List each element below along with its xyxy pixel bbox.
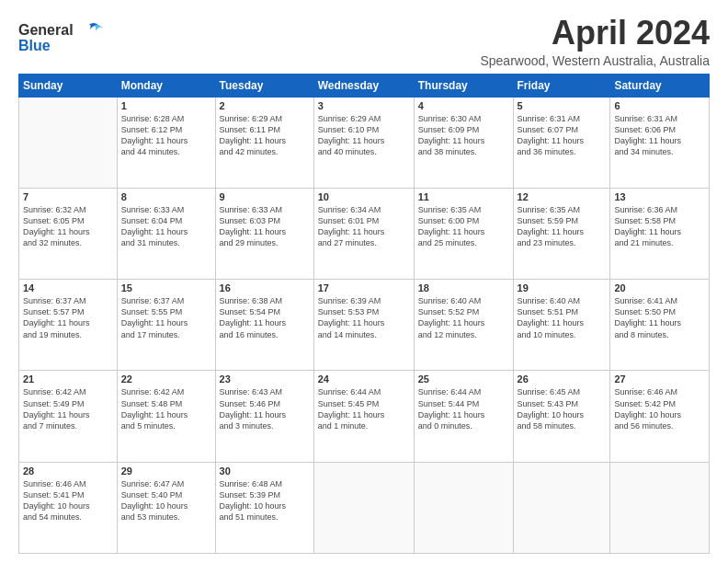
day-number: 30 <box>220 465 310 477</box>
day-number: 29 <box>121 465 211 477</box>
day-cell: 6Sunrise: 6:31 AM Sunset: 6:06 PM Daylig… <box>610 97 710 188</box>
day-cell: 16Sunrise: 6:38 AM Sunset: 5:54 PM Dayli… <box>215 280 313 371</box>
day-info: Sunrise: 6:34 AM Sunset: 6:01 PM Dayligh… <box>318 204 410 249</box>
week-row-1: 1Sunrise: 6:28 AM Sunset: 6:12 PM Daylig… <box>19 97 710 188</box>
day-info: Sunrise: 6:33 AM Sunset: 6:03 PM Dayligh… <box>220 204 310 249</box>
day-cell: 13Sunrise: 6:36 AM Sunset: 5:58 PM Dayli… <box>610 188 710 279</box>
day-cell <box>610 462 710 553</box>
day-cell: 26Sunrise: 6:45 AM Sunset: 5:43 PM Dayli… <box>513 371 610 462</box>
day-number: 25 <box>418 373 509 385</box>
svg-text:General: General <box>18 22 74 38</box>
day-cell: 18Sunrise: 6:40 AM Sunset: 5:52 PM Dayli… <box>414 280 513 371</box>
page: General Blue April 2024 Spearwood, Weste… <box>0 0 728 563</box>
day-info: Sunrise: 6:43 AM Sunset: 5:46 PM Dayligh… <box>220 386 310 431</box>
day-info: Sunrise: 6:46 AM Sunset: 5:41 PM Dayligh… <box>23 478 113 523</box>
day-cell: 25Sunrise: 6:44 AM Sunset: 5:44 PM Dayli… <box>414 371 513 462</box>
day-number: 7 <box>23 191 113 202</box>
day-info: Sunrise: 6:28 AM Sunset: 6:12 PM Dayligh… <box>121 113 211 158</box>
day-number: 24 <box>318 373 410 385</box>
day-info: Sunrise: 6:39 AM Sunset: 5:53 PM Dayligh… <box>318 295 410 340</box>
header-monday: Monday <box>117 74 215 97</box>
day-info: Sunrise: 6:29 AM Sunset: 6:10 PM Dayligh… <box>318 113 410 158</box>
header: General Blue April 2024 Spearwood, Weste… <box>18 15 710 68</box>
day-number: 11 <box>418 191 509 202</box>
day-info: Sunrise: 6:37 AM Sunset: 5:57 PM Dayligh… <box>23 295 113 340</box>
day-number: 6 <box>614 100 705 111</box>
day-number: 22 <box>121 373 211 385</box>
days-header-row: Sunday Monday Tuesday Wednesday Thursday… <box>19 74 710 97</box>
week-row-5: 28Sunrise: 6:46 AM Sunset: 5:41 PM Dayli… <box>19 462 710 553</box>
logo-text: General Blue <box>18 18 106 61</box>
day-number: 5 <box>518 100 607 111</box>
day-number: 14 <box>23 282 113 293</box>
title-area: April 2024 Spearwood, Western Australia,… <box>480 15 710 68</box>
day-cell: 14Sunrise: 6:37 AM Sunset: 5:57 PM Dayli… <box>19 280 118 371</box>
day-number: 9 <box>220 191 310 202</box>
day-cell: 17Sunrise: 6:39 AM Sunset: 5:53 PM Dayli… <box>313 280 414 371</box>
header-saturday: Saturday <box>610 74 710 97</box>
day-cell: 28Sunrise: 6:46 AM Sunset: 5:41 PM Dayli… <box>19 462 118 553</box>
day-number: 27 <box>614 373 705 385</box>
day-info: Sunrise: 6:40 AM Sunset: 5:51 PM Dayligh… <box>518 295 607 340</box>
day-number: 10 <box>318 191 410 202</box>
day-info: Sunrise: 6:33 AM Sunset: 6:04 PM Dayligh… <box>121 204 211 249</box>
day-cell: 9Sunrise: 6:33 AM Sunset: 6:03 PM Daylig… <box>215 188 313 279</box>
location-subtitle: Spearwood, Western Australia, Australia <box>480 53 710 68</box>
day-cell <box>513 462 610 553</box>
day-cell: 29Sunrise: 6:47 AM Sunset: 5:40 PM Dayli… <box>117 462 215 553</box>
day-info: Sunrise: 6:47 AM Sunset: 5:40 PM Dayligh… <box>121 478 211 523</box>
day-info: Sunrise: 6:29 AM Sunset: 6:11 PM Dayligh… <box>220 113 310 158</box>
day-cell: 21Sunrise: 6:42 AM Sunset: 5:49 PM Dayli… <box>19 371 118 462</box>
day-info: Sunrise: 6:35 AM Sunset: 5:59 PM Dayligh… <box>518 204 607 249</box>
day-cell: 30Sunrise: 6:48 AM Sunset: 5:39 PM Dayli… <box>215 462 313 553</box>
day-info: Sunrise: 6:41 AM Sunset: 5:50 PM Dayligh… <box>614 295 705 340</box>
day-cell <box>19 97 118 188</box>
day-number: 19 <box>518 282 607 293</box>
day-cell: 24Sunrise: 6:44 AM Sunset: 5:45 PM Dayli… <box>313 371 414 462</box>
day-info: Sunrise: 6:44 AM Sunset: 5:44 PM Dayligh… <box>418 386 509 431</box>
day-number: 23 <box>220 373 310 385</box>
day-number: 17 <box>318 282 410 293</box>
week-row-2: 7Sunrise: 6:32 AM Sunset: 6:05 PM Daylig… <box>19 188 710 279</box>
day-info: Sunrise: 6:44 AM Sunset: 5:45 PM Dayligh… <box>318 386 410 431</box>
day-info: Sunrise: 6:32 AM Sunset: 6:05 PM Dayligh… <box>23 204 113 249</box>
day-info: Sunrise: 6:36 AM Sunset: 5:58 PM Dayligh… <box>614 204 705 249</box>
day-number: 16 <box>220 282 310 293</box>
week-row-3: 14Sunrise: 6:37 AM Sunset: 5:57 PM Dayli… <box>19 280 710 371</box>
header-wednesday: Wednesday <box>313 74 414 97</box>
day-number: 2 <box>220 100 310 111</box>
day-number: 18 <box>418 282 509 293</box>
calendar: Sunday Monday Tuesday Wednesday Thursday… <box>18 74 710 554</box>
day-cell <box>414 462 513 553</box>
day-info: Sunrise: 6:42 AM Sunset: 5:48 PM Dayligh… <box>121 386 211 431</box>
day-info: Sunrise: 6:38 AM Sunset: 5:54 PM Dayligh… <box>220 295 310 340</box>
day-info: Sunrise: 6:40 AM Sunset: 5:52 PM Dayligh… <box>418 295 509 340</box>
header-friday: Friday <box>513 74 610 97</box>
day-cell: 10Sunrise: 6:34 AM Sunset: 6:01 PM Dayli… <box>313 188 414 279</box>
day-cell: 1Sunrise: 6:28 AM Sunset: 6:12 PM Daylig… <box>117 97 215 188</box>
day-cell: 19Sunrise: 6:40 AM Sunset: 5:51 PM Dayli… <box>513 280 610 371</box>
day-number: 13 <box>614 191 705 202</box>
day-number: 26 <box>518 373 607 385</box>
day-info: Sunrise: 6:31 AM Sunset: 6:07 PM Dayligh… <box>518 113 607 158</box>
day-number: 4 <box>418 100 509 111</box>
day-cell: 22Sunrise: 6:42 AM Sunset: 5:48 PM Dayli… <box>117 371 215 462</box>
day-info: Sunrise: 6:45 AM Sunset: 5:43 PM Dayligh… <box>518 386 607 431</box>
day-number: 12 <box>518 191 607 202</box>
calendar-table: Sunday Monday Tuesday Wednesday Thursday… <box>18 74 710 554</box>
header-thursday: Thursday <box>414 74 513 97</box>
day-info: Sunrise: 6:35 AM Sunset: 6:00 PM Dayligh… <box>418 204 509 249</box>
day-number: 3 <box>318 100 410 111</box>
day-info: Sunrise: 6:37 AM Sunset: 5:55 PM Dayligh… <box>121 295 211 340</box>
day-cell <box>313 462 414 553</box>
day-info: Sunrise: 6:30 AM Sunset: 6:09 PM Dayligh… <box>418 113 509 158</box>
day-cell: 3Sunrise: 6:29 AM Sunset: 6:10 PM Daylig… <box>313 97 414 188</box>
day-info: Sunrise: 6:42 AM Sunset: 5:49 PM Dayligh… <box>23 386 113 431</box>
day-cell: 15Sunrise: 6:37 AM Sunset: 5:55 PM Dayli… <box>117 280 215 371</box>
day-cell: 8Sunrise: 6:33 AM Sunset: 6:04 PM Daylig… <box>117 188 215 279</box>
day-number: 21 <box>23 373 113 385</box>
day-info: Sunrise: 6:46 AM Sunset: 5:42 PM Dayligh… <box>614 386 705 431</box>
header-tuesday: Tuesday <box>215 74 313 97</box>
week-row-4: 21Sunrise: 6:42 AM Sunset: 5:49 PM Dayli… <box>19 371 710 462</box>
logo: General Blue <box>18 18 106 61</box>
